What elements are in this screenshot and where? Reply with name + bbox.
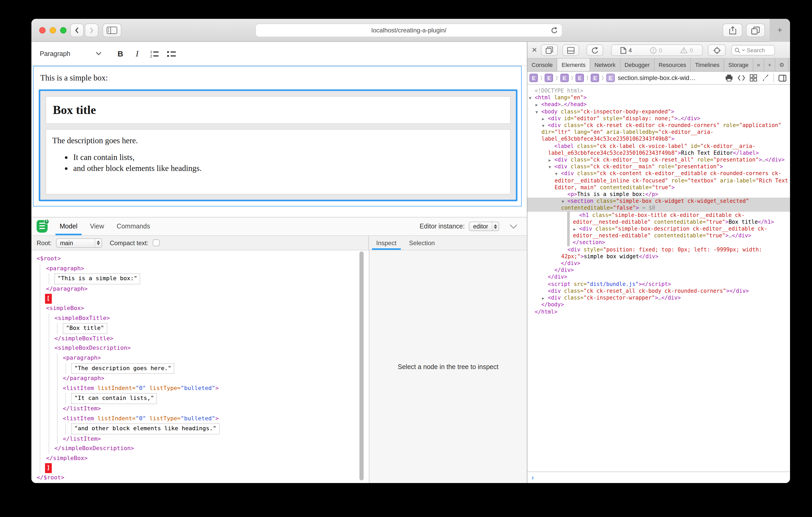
dom-node-line[interactable]: <!DOCTYPE html> [527,87,790,94]
forward-button[interactable] [85,24,98,37]
numbered-list-button[interactable]: 12 [148,46,162,61]
reload-page-button[interactable] [586,44,603,56]
root-select[interactable]: main [56,238,102,247]
tab-overview-button[interactable] [746,24,765,37]
collapsed-arrow-icon[interactable]: ▶ [573,226,576,233]
model-tree-node[interactable]: </simpleBoxTitle> [54,334,368,344]
styles-brush-icon[interactable] [762,74,768,82]
close-devtools-icon[interactable]: ✕ [531,46,537,54]
model-tree-node[interactable]: <$root> [37,254,368,264]
zoom-window-button[interactable] [60,27,66,33]
list-item[interactable]: It can contain lists, [73,153,510,162]
dom-node-line[interactable]: ▼<div class="ck ck-content ck-editor__ed… [527,170,790,191]
tab-debugger[interactable]: Debugger [620,59,655,71]
reload-icon[interactable] [551,27,558,34]
breadcrumb-current-node[interactable]: section.simple-box.ck-wid… [618,74,695,82]
dom-node-line[interactable]: ▶<div id="editor" style="display: none;"… [527,115,790,122]
grid-overlay-icon[interactable] [750,74,757,82]
element-badge[interactable]: E [529,74,538,82]
tab-inspect[interactable]: Inspect [370,236,403,250]
element-picker-button[interactable] [708,44,726,56]
model-tree-node[interactable]: "Box title" [63,323,368,334]
collapsed-arrow-icon[interactable]: ▶ [535,102,538,109]
collapsed-arrow-icon[interactable]: ▶ [549,157,551,163]
compact-text-checkbox[interactable] [152,239,159,246]
source-code-icon[interactable] [738,75,745,81]
dom-node-line[interactable]: </div> [527,267,790,274]
dom-node-line[interactable]: <div style="position: fixed; top: 0px; l… [527,246,790,260]
collapse-inspector-icon[interactable] [510,224,517,229]
share-button[interactable] [723,24,743,37]
selected-dom-node[interactable]: ▼<section class="simple-box ck-widget ck… [527,198,790,212]
model-tree-node[interactable]: </$root> [37,473,368,483]
dock-bottom-button[interactable] [562,44,579,56]
dom-node-line[interactable]: ▶<div class="ck ck-editor__top ck-reset_… [527,156,790,163]
element-badge[interactable]: E [545,74,553,82]
model-tree-node[interactable]: </simpleBox> [46,454,368,463]
editor-instance-select[interactable]: editor [469,222,499,231]
model-tree-node[interactable]: </paragraph> [63,374,368,384]
dom-node-line[interactable]: ▶<div class="simple-box-description ck-e… [527,225,790,239]
dom-node-line[interactable]: <p>This is a simple box:</p> [527,191,790,197]
more-tabs-button[interactable]: » [753,59,764,71]
tab-network[interactable]: Network [590,59,620,71]
back-button[interactable] [70,24,84,37]
dom-node-line[interactable]: ▶<div class="ck-inspector-wrapper">…</di… [527,294,790,301]
model-tree-node[interactable]: <paragraph> [63,354,368,363]
tab-view[interactable]: View [84,217,110,235]
model-tree-node[interactable]: "It can contain lists," [71,393,368,404]
description-text[interactable]: The description goes here. [52,136,510,145]
intro-paragraph[interactable]: This is a simple box: [40,73,521,83]
add-tab-button[interactable]: + [764,59,776,71]
dom-node-line[interactable]: <div class="ck ck-reset_all ck-body ck-r… [527,287,790,294]
tab-model[interactable]: Model [53,217,84,235]
new-tab-button[interactable]: + [770,19,790,42]
tab-resources[interactable]: Resources [655,59,691,71]
selection-marker[interactable]: ] [46,463,368,473]
dom-node-line[interactable]: </html> [527,308,790,315]
dom-node-line[interactable]: <script src="dist/bundle.js"></script> [527,280,790,287]
settings-gear-icon[interactable]: ⚙ [775,59,788,71]
element-badge[interactable]: E [591,74,599,82]
element-badge[interactable]: E [560,74,569,82]
address-bar[interactable]: localhost/creating-a-plugin/ [255,24,562,37]
model-tree-node[interactable]: </listItem> [63,434,368,444]
model-tree-node[interactable]: "The description goes here." [71,363,368,374]
minimize-window-button[interactable] [50,27,56,33]
rich-text-editable[interactable]: This is a simple box: Box title The desc… [33,66,522,207]
details-sidebar-icon[interactable] [779,74,786,81]
model-tree-node[interactable]: <simpleBox> [46,304,368,313]
sidebar-toggle-button[interactable] [103,24,121,37]
model-tree-node[interactable]: <simpleBoxDescription> [54,344,368,354]
expanded-arrow-icon[interactable]: ▼ [562,199,564,205]
devtools-search-field[interactable]: Search [731,45,775,55]
list-item[interactable]: and other block elements like headings. [73,163,510,173]
model-tree-node[interactable]: <listItem listIndent="0" listType="bulle… [63,414,368,423]
collapsed-arrow-icon[interactable]: ▶ [542,295,544,302]
simple-box-description-area[interactable]: The description goes here. It can contai… [46,129,511,194]
expanded-arrow-icon[interactable]: ▼ [535,109,538,115]
scrollbar-thumb[interactable] [359,251,364,480]
dom-node-line[interactable]: <h1 class="simple-box-title ck-editor__e… [527,211,790,225]
tab-timelines[interactable]: Timelines [691,59,724,71]
model-tree-node[interactable]: </listItem> [63,404,368,414]
tab-selection[interactable]: Selection [403,236,441,250]
model-tree-node[interactable]: "and other block elements like headings.… [71,423,368,434]
quick-console[interactable]: › [527,472,790,483]
bulleted-list-button[interactable] [164,46,179,61]
paragraph-style-dropdown[interactable]: Paragraph [40,50,102,57]
issues-summary[interactable]: 4 0 0 [611,44,703,56]
print-icon[interactable] [725,74,733,82]
expanded-arrow-icon[interactable]: ▼ [555,171,557,178]
dom-node-line[interactable]: ▼<body class="ck-inspector-body-expanded… [527,108,790,115]
collapsed-arrow-icon[interactable]: ▶ [542,116,544,122]
tab-console[interactable]: Console [527,59,557,71]
dom-node-line[interactable]: ▼<html lang="en"> [527,94,790,101]
box-title-text[interactable]: Box title [53,103,96,117]
dom-node-line[interactable]: </div> [527,274,790,280]
model-tree-node[interactable]: "This is a simple box:" [54,273,368,284]
dom-node-line[interactable]: </div> [527,260,790,267]
expanded-arrow-icon[interactable]: ▼ [549,163,551,171]
tab-storage[interactable]: Storage [724,59,753,71]
italic-button[interactable]: I [130,46,144,61]
